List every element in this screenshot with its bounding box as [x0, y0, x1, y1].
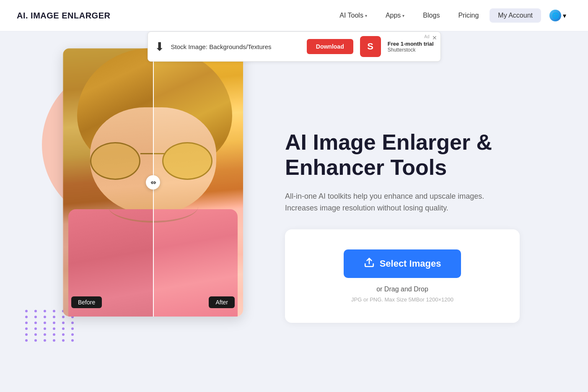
ad-download-button[interactable]: Download	[307, 39, 353, 54]
nav-ai-tools[interactable]: AI Tools ▾	[332, 8, 375, 23]
ad-label: Ad	[424, 34, 429, 39]
nav-globe[interactable]: 🌐 ▾	[544, 6, 571, 25]
ad-banner: ⬇ Stock Image: Backgrounds/Textures Down…	[148, 31, 441, 62]
upload-box: Select Images or Drag and Drop JPG or PN…	[285, 229, 520, 323]
drag-drop-text: or Drag and Drop	[302, 286, 503, 293]
download-icon: ⬇	[155, 40, 164, 54]
ad-side-info: Free 1-month trial Shutterstock	[388, 41, 434, 53]
left-side: ⇔ Before After	[17, 44, 260, 375]
ad-close-button[interactable]: ✕	[432, 34, 437, 41]
chevron-down-icon: ▾	[563, 12, 566, 20]
before-after-comparison: ⇔ Before After	[63, 48, 243, 317]
right-side: AI Image Enlarger & Enhancer Tools All-i…	[285, 44, 571, 375]
chevron-down-icon: ▾	[365, 13, 367, 18]
ad-logo: S	[360, 36, 381, 57]
nav-apps[interactable]: Apps ▾	[378, 8, 412, 23]
header: AI. IMAGE ENLARGER AI Tools ▾ Apps ▾ Blo…	[0, 0, 588, 31]
logo: AI. IMAGE ENLARGER	[17, 11, 110, 21]
ad-text: Stock Image: Backgrounds/Textures	[171, 43, 300, 50]
upload-icon	[364, 257, 375, 270]
resize-arrows-icon: ⇔	[150, 179, 156, 187]
select-images-button[interactable]: Select Images	[344, 249, 461, 278]
file-hint: JPG or PNG. Max Size 5MBor 1200×1200	[302, 296, 503, 303]
nav-my-account[interactable]: My Account	[490, 8, 541, 23]
chevron-down-icon: ▾	[402, 13, 404, 18]
after-label: After	[209, 296, 235, 308]
hero-title: AI Image Enlarger & Enhancer Tools	[285, 130, 571, 180]
globe-icon: 🌐	[549, 10, 561, 21]
nav-pricing[interactable]: Pricing	[451, 8, 486, 23]
navigation: AI Tools ▾ Apps ▾ Blogs Pricing My Accou…	[332, 6, 571, 25]
ad-brand: Shutterstock	[388, 47, 416, 53]
ad-trial-text: Free 1-month trial	[388, 41, 434, 47]
nav-blogs[interactable]: Blogs	[415, 8, 447, 23]
hero-description: All-in-one AI toolkits help you enhance …	[285, 190, 503, 215]
comparison-handle[interactable]: ⇔	[146, 175, 160, 190]
before-label: Before	[71, 296, 102, 308]
main-content: ⬇ Stock Image: Backgrounds/Textures Down…	[0, 31, 588, 392]
